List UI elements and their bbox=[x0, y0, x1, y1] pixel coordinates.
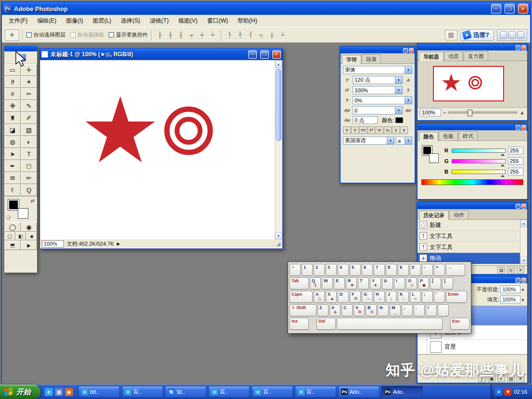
screen-mode-button[interactable]: ◧ bbox=[15, 232, 26, 240]
ime-toolbar[interactable] bbox=[497, 29, 527, 41]
taskbar-window-button[interactable]: Ps Ado.. bbox=[381, 386, 423, 398]
keyboard-key[interactable]: 0 bbox=[410, 264, 421, 276]
navigator-preview[interactable] bbox=[418, 61, 527, 107]
swap-colors-icon[interactable]: ⇄ bbox=[31, 198, 35, 203]
keyboard-key[interactable]: F※ bbox=[350, 291, 361, 303]
text-style-button[interactable]: Ṯ bbox=[392, 126, 400, 134]
navigator-panel-titlebar[interactable]: ✕ bbox=[418, 44, 527, 50]
opacity-input[interactable]: 100% bbox=[500, 286, 520, 293]
foreground-color-swatch[interactable] bbox=[8, 200, 19, 210]
keyboard-key[interactable]: Enter bbox=[446, 291, 467, 303]
history-state-row[interactable]: ▢ 新建 bbox=[418, 220, 527, 231]
keyboard-key[interactable]: C bbox=[342, 304, 353, 316]
distribute-icon-button[interactable]: ┭ bbox=[256, 31, 266, 39]
scroll-down-icon[interactable]: ▼ bbox=[275, 232, 282, 239]
status-arrow-icon[interactable]: ▶ bbox=[117, 241, 120, 246]
keyboard-key[interactable]: Q§ bbox=[310, 277, 321, 289]
distribute-icon-button[interactable]: ╁ bbox=[267, 31, 277, 39]
keyboard-key[interactable]: , bbox=[402, 304, 413, 316]
keyboard-key[interactable]: D bbox=[338, 291, 349, 303]
keyboard-key[interactable]: S▲ bbox=[326, 291, 337, 303]
hand-tool[interactable]: ✌ bbox=[4, 184, 21, 196]
keyboard-key[interactable] bbox=[438, 304, 449, 316]
spinner-icon[interactable]: ▸ bbox=[522, 287, 524, 292]
language-select[interactable]: 美国英语 ▼ bbox=[343, 137, 394, 145]
keyboard-key[interactable]: . bbox=[414, 304, 425, 316]
chevron-down-icon[interactable]: ▼ bbox=[395, 107, 402, 114]
dodge-tool[interactable]: ◐ bbox=[21, 136, 37, 148]
tracking-select[interactable]: 0% ▼ bbox=[353, 96, 412, 104]
menu-item[interactable]: 滤镜(T) bbox=[145, 15, 173, 27]
menu-item[interactable]: 编辑(E) bbox=[32, 15, 61, 27]
background-color-swatch[interactable] bbox=[429, 153, 439, 163]
gradient-tool[interactable]: ▧ bbox=[21, 124, 37, 136]
panel-tab[interactable]: 段落 bbox=[362, 54, 381, 63]
keyboard-key[interactable]: M_ bbox=[390, 304, 401, 316]
chevron-down-icon[interactable]: ▼ bbox=[405, 137, 412, 144]
zoom-tool[interactable]: Q bbox=[21, 184, 37, 196]
taskbar-window-button[interactable]: e btt.. bbox=[78, 386, 120, 398]
align-icon-button[interactable]: ┷ bbox=[208, 31, 217, 39]
character-panel-titlebar[interactable]: ✕ bbox=[341, 47, 415, 53]
align-icon-button[interactable]: ┿ bbox=[197, 31, 207, 39]
keyboard-key[interactable]: ~ bbox=[290, 264, 301, 276]
fill-input[interactable]: 100% bbox=[500, 296, 520, 303]
shape-tool[interactable]: ◻ bbox=[21, 160, 37, 172]
new-document-from-state-icon[interactable]: ▤ bbox=[497, 267, 505, 274]
doc-close-button[interactable]: ✕ bbox=[272, 50, 281, 59]
keyboard-key[interactable]: U bbox=[382, 277, 393, 289]
zoom-level-input[interactable]: 100% bbox=[42, 240, 64, 248]
align-icon-button[interactable]: ┠ bbox=[155, 31, 165, 39]
doc-minimize-button[interactable]: ─ bbox=[248, 50, 257, 59]
chevron-down-icon[interactable]: ▼ bbox=[395, 87, 402, 94]
kerning-select[interactable]: 0 ▼ bbox=[353, 106, 403, 114]
align-icon-button[interactable]: ┨ bbox=[176, 31, 186, 39]
distribute-icon-button[interactable]: ╀ bbox=[235, 31, 245, 39]
keyboard-key[interactable]: 4 bbox=[338, 264, 349, 276]
notes-tool[interactable]: ✉ bbox=[4, 172, 21, 184]
close-icon[interactable]: ✕ bbox=[409, 48, 414, 53]
show-desktop-icon[interactable]: ▦ bbox=[55, 388, 63, 396]
text-style-button[interactable]: T₁ bbox=[384, 126, 392, 134]
new-snapshot-icon[interactable]: ◎ bbox=[507, 267, 515, 274]
ime-icon[interactable] bbox=[500, 31, 507, 38]
current-tool-icon[interactable]: ✛ bbox=[5, 29, 19, 41]
panel-tab[interactable]: 动作 bbox=[449, 210, 469, 219]
chevron-down-icon[interactable]: ▼ bbox=[387, 137, 394, 144]
keyboard-key[interactable]: G→ bbox=[362, 291, 373, 303]
keyboard-key[interactable]: = bbox=[434, 264, 445, 276]
minimize-button[interactable]: ─ bbox=[491, 4, 501, 13]
blur-tool[interactable]: ◍ bbox=[4, 136, 21, 148]
distribute-icon-button[interactable]: ┞ bbox=[225, 31, 234, 39]
thunder-tray-icon[interactable]: ➤ bbox=[495, 388, 502, 396]
quick-mask-button[interactable]: ◉ bbox=[21, 222, 37, 232]
default-colors-icon[interactable]: ❏ bbox=[6, 215, 10, 220]
keyboard-key[interactable]: 8 bbox=[386, 264, 397, 276]
jump-to-imageready-button[interactable]: ⬒ bbox=[4, 240, 21, 250]
keyboard-key[interactable]: ; bbox=[422, 291, 433, 303]
brush-tool[interactable]: ✎ bbox=[21, 100, 37, 112]
keyboard-key[interactable]: P◆ bbox=[418, 277, 429, 289]
taskbar-window-button[interactable]: Ps Ado.. bbox=[338, 386, 380, 398]
history-scrollbar[interactable]: ▲ ▼ bbox=[520, 220, 527, 264]
scrollbar-thumb[interactable] bbox=[276, 69, 281, 141]
collapse-icon[interactable] bbox=[403, 48, 408, 53]
panel-tab[interactable]: 色板 bbox=[439, 131, 458, 140]
baseline-shift-input[interactable]: 0 点 bbox=[353, 116, 378, 124]
file-browser-icon[interactable]: ▤ bbox=[445, 30, 457, 40]
close-button[interactable]: ✕ bbox=[518, 4, 528, 13]
scroll-up-icon[interactable]: ▲ bbox=[275, 61, 282, 68]
panel-tab[interactable]: 信息 bbox=[444, 51, 463, 61]
screen-mode-button[interactable]: ▢ bbox=[4, 232, 15, 240]
keyboard-key[interactable]: ⇧ Shift bbox=[290, 304, 317, 316]
checkbox-box[interactable] bbox=[70, 32, 76, 37]
distribute-icon-button[interactable]: ┦ bbox=[246, 31, 255, 39]
text-style-button[interactable]: Tᵀ bbox=[367, 126, 375, 134]
zoom-in-icon[interactable]: ▲ bbox=[519, 110, 525, 115]
close-icon[interactable]: ✕ bbox=[521, 125, 526, 130]
keyboard-key[interactable]: W bbox=[322, 277, 333, 289]
delete-state-icon[interactable]: ✕ bbox=[517, 267, 524, 274]
keyboard-key[interactable]: I bbox=[394, 277, 405, 289]
align-icon-button[interactable]: ╂ bbox=[165, 31, 175, 39]
history-state-row[interactable]: T 文字工具 bbox=[418, 242, 527, 253]
